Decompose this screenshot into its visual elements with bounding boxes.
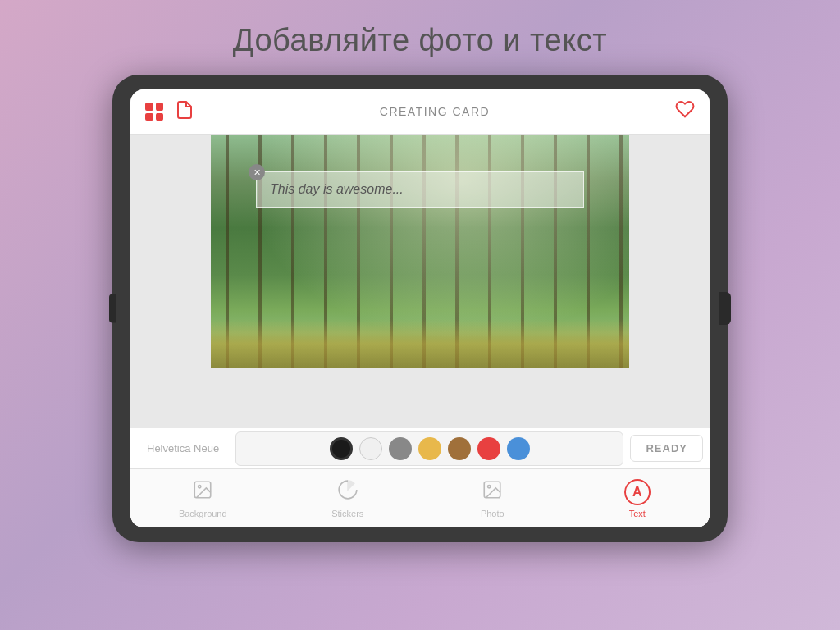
tablet-screen: CREATING CARD ✕ This day is awesome... H… bbox=[130, 89, 710, 527]
font-label[interactable]: Helvetica Neue bbox=[137, 442, 229, 454]
svg-point-3 bbox=[488, 485, 491, 487]
nav-item-stickers[interactable]: Stickers bbox=[276, 469, 421, 527]
nav-item-stickers-label: Stickers bbox=[331, 509, 363, 518]
color-blue[interactable] bbox=[507, 437, 530, 460]
nav-item-background[interactable]: Background bbox=[130, 469, 276, 527]
text-overlay-input[interactable]: This day is awesome... bbox=[270, 182, 570, 197]
color-brown[interactable] bbox=[448, 437, 471, 460]
heart-icon[interactable] bbox=[675, 99, 695, 124]
bottom-toolbar: Helvetica Neue READY BackgroundStickersP… bbox=[130, 427, 710, 527]
nav-bar: CREATING CARD bbox=[130, 89, 710, 135]
card-canvas: ✕ This day is awesome... bbox=[130, 135, 710, 427]
forest-image bbox=[211, 135, 629, 368]
photo-icon bbox=[482, 479, 503, 505]
page-title: Добавляйте фото и текст bbox=[233, 23, 607, 58]
color-black[interactable] bbox=[330, 437, 353, 460]
doc-icon[interactable] bbox=[175, 100, 194, 124]
nav-item-background-label: Background bbox=[179, 509, 227, 518]
color-white[interactable] bbox=[359, 437, 382, 460]
background-icon bbox=[192, 479, 213, 505]
color-palette bbox=[235, 431, 623, 466]
ready-button[interactable]: READY bbox=[630, 435, 703, 462]
text-circle-icon: A bbox=[624, 479, 651, 505]
nav-item-photo[interactable]: Photo bbox=[420, 469, 565, 527]
color-gray[interactable] bbox=[389, 437, 412, 460]
tablet-frame: CREATING CARD ✕ This day is awesome... H… bbox=[112, 75, 728, 542]
tablet-right-button bbox=[719, 292, 731, 325]
bottom-nav: BackgroundStickersPhotoAText bbox=[130, 468, 710, 527]
close-button[interactable]: ✕ bbox=[249, 164, 265, 180]
nav-left-icons bbox=[145, 100, 194, 124]
nav-item-text[interactable]: AText bbox=[565, 469, 710, 527]
text-overlay-box[interactable]: ✕ This day is awesome... bbox=[256, 171, 584, 208]
color-yellow[interactable] bbox=[418, 437, 441, 460]
grid-icon[interactable] bbox=[145, 103, 163, 121]
nav-item-text-label: Text bbox=[629, 509, 646, 518]
stickers-icon bbox=[337, 479, 358, 505]
svg-point-1 bbox=[199, 485, 201, 487]
color-font-row: Helvetica Neue READY bbox=[130, 427, 710, 468]
nav-item-photo-label: Photo bbox=[481, 509, 504, 518]
nav-title: CREATING CARD bbox=[194, 105, 675, 118]
light-rays bbox=[211, 135, 629, 368]
color-red[interactable] bbox=[477, 437, 500, 460]
tablet-left-button bbox=[109, 294, 116, 323]
